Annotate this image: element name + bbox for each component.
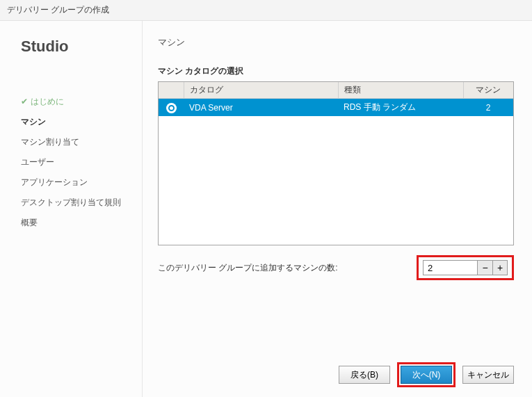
machine-count-label: このデリバリー グループに追加するマシンの数: xyxy=(158,262,405,274)
step-label: ユーザー xyxy=(21,157,54,167)
machine-count-spinner: − + xyxy=(423,260,508,275)
catalog-radio-cell[interactable] xyxy=(159,99,184,117)
brand-logo: Studio xyxy=(21,38,142,56)
step-machine-assign[interactable]: マシン割り当て xyxy=(21,132,142,152)
col-type-header: 種類 xyxy=(338,82,463,99)
step-label: デスクトップ割り当て規則 xyxy=(21,197,121,207)
step-label: 概要 xyxy=(21,218,38,227)
step-label: アプリケーション xyxy=(21,177,88,187)
step-applications[interactable]: アプリケーション xyxy=(21,172,142,193)
step-desktop-rules[interactable]: デスクトップ割り当て規則 xyxy=(21,193,142,213)
cancel-button[interactable]: キャンセル xyxy=(462,366,514,384)
window-title: デリバリー グループの作成 xyxy=(0,0,532,21)
wizard-steps: ✔はじめに マシン マシン割り当て ユーザー アプリケーション デスクトップ割り… xyxy=(21,92,142,233)
main-layout: Studio ✔はじめに マシン マシン割り当て ユーザー アプリケーション デ… xyxy=(0,21,532,397)
catalog-list: カタログ 種類 マシン VDA Server RDS 手動 ランダム 2 xyxy=(158,81,514,245)
radio-selected-icon[interactable] xyxy=(167,104,176,113)
step-users[interactable]: ユーザー xyxy=(21,152,142,172)
machine-count-highlight: − + xyxy=(417,255,514,280)
col-catalog-header: カタログ xyxy=(184,82,338,99)
step-machines[interactable]: マシン xyxy=(21,112,142,132)
catalog-machines-cell: 2 xyxy=(463,99,513,117)
step-label: マシン xyxy=(21,117,46,127)
back-button[interactable]: 戻る(B) xyxy=(339,366,390,384)
col-radio-header xyxy=(159,82,184,99)
sidebar: Studio ✔はじめに マシン マシン割り当て ユーザー アプリケーション デ… xyxy=(0,21,143,397)
catalog-header-row: カタログ 種類 マシン xyxy=(159,82,513,99)
section-title: マシン xyxy=(158,36,514,49)
catalog-select-title: マシン カタログの選択 xyxy=(158,65,514,77)
catalog-name-cell: VDA Server xyxy=(184,99,338,117)
wizard-footer: 戻る(B) 次へ(N) キャンセル xyxy=(339,362,514,387)
decrement-button[interactable]: − xyxy=(477,260,492,275)
next-button[interactable]: 次へ(N) xyxy=(401,366,452,384)
step-intro[interactable]: ✔はじめに xyxy=(21,92,142,112)
content-panel: マシン マシン カタログの選択 カタログ 種類 マシン xyxy=(143,21,532,397)
catalog-table: カタログ 種類 マシン VDA Server RDS 手動 ランダム 2 xyxy=(159,82,513,116)
step-label: マシン割り当て xyxy=(21,137,79,147)
catalog-type-cell: RDS 手動 ランダム xyxy=(338,99,463,117)
machine-count-row: このデリバリー グループに追加するマシンの数: − + xyxy=(158,255,514,280)
step-summary[interactable]: 概要 xyxy=(21,213,142,233)
step-label: はじめに xyxy=(31,97,64,106)
increment-button[interactable]: + xyxy=(492,260,508,275)
next-button-highlight: 次へ(N) xyxy=(397,362,456,387)
machine-count-input[interactable] xyxy=(423,260,477,275)
catalog-row[interactable]: VDA Server RDS 手動 ランダム 2 xyxy=(159,99,513,117)
col-machines-header: マシン xyxy=(463,82,513,99)
checkmark-icon: ✔ xyxy=(21,97,28,106)
